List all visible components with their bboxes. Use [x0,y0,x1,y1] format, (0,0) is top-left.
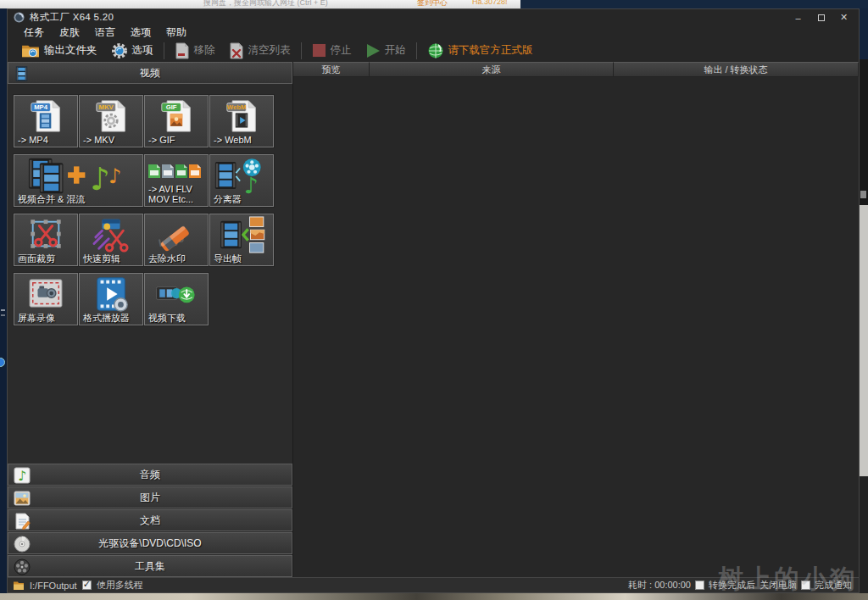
tool-to-mkv-button[interactable]: MKV-> MKV [79,95,143,147]
stop-button[interactable]: 停止 [305,40,359,61]
column-status[interactable]: 输出 / 转换状态 [614,62,859,77]
clear-list-label: 清空列表 [248,43,291,58]
task-list-panel: 预览来源输出 / 转换状态 [293,62,859,577]
svg-text:♪: ♪ [108,164,121,188]
svg-text:MKV: MKV [99,103,114,111]
sidebar-tab-document[interactable]: 文档 [8,509,292,531]
tool-merge-mux-button[interactable]: ♪♪视频合并 & 混流 [14,154,143,207]
tool-export-frames-button[interactable]: 导出帧 [209,214,274,266]
column-preview[interactable]: 预览 [293,62,370,77]
menu-options[interactable]: 选项 [123,25,159,40]
menu-language[interactable]: 语言 [87,25,123,40]
tool-export-frames-label: 导出帧 [210,253,273,265]
tool-crop-button[interactable]: 画面裁剪 [14,214,78,266]
svg-text:WebM: WebM [227,103,247,111]
tool-splitter-button[interactable]: ♪分离器 [209,154,274,207]
start-icon [365,43,381,58]
tool-to-webm-button[interactable]: WebM-> WebM [209,95,274,147]
screenrecord-icon [26,277,65,311]
splitter-icon: ♪ [214,157,270,194]
tool-crop-label: 画面裁剪 [14,253,77,265]
tool-video-download-label: 视频下载 [145,313,208,325]
tool-remove-watermark-button[interactable]: Logo去除水印 [144,214,209,266]
image-cat-icon [13,489,31,507]
stop-icon [312,43,326,58]
format-factory-window: 格式工厂 X64 5.20 – ✕ 任务皮肤语言选项帮助 输出文件夹选项移除清空… [7,8,860,593]
options-button[interactable]: 选项 [104,40,160,61]
sidebar-tab-disc[interactable]: 光驱设备\DVD\CD\ISO [8,532,292,554]
menu-task[interactable]: 任务 [16,25,52,40]
tool-to-mp4-label: -> MP4 [14,135,77,147]
notify-label: 完成通知 [815,579,852,592]
notify-checkbox[interactable] [801,581,810,590]
toolbar-separator [301,42,302,59]
svg-text:MP4: MP4 [34,103,48,111]
tool-video-download-iconarea [145,274,208,313]
tool-splitter-label: 分离器 [210,194,273,206]
tool-to-mp4-button[interactable]: MP4-> MP4 [14,95,78,147]
sidebar-tab-audio[interactable]: ♪音频 [8,464,292,486]
tool-splitter-iconarea: ♪ [210,155,273,194]
tool-format-player-button[interactable]: 格式播放器 [79,273,143,325]
remove-doc-icon [175,42,190,59]
tool-to-mkv-iconarea: MKV [80,96,142,135]
stop-label: 停止 [331,43,352,58]
sidebar-tab-video[interactable]: 视频 [8,62,292,84]
tool-merge-mux-iconarea: ♪♪ [14,155,142,194]
download-official-button[interactable]: 请下载官方正式版 [420,40,540,61]
svg-text:♪: ♪ [17,468,25,484]
options-label: 选项 [132,43,153,58]
tool-quick-clip-iconarea [80,214,142,253]
shutdown-option[interactable]: 关闭电脑 [760,579,797,592]
right-edge-icon-fragment [860,191,866,198]
tool-remove-watermark-iconarea: Logo [145,214,208,253]
tool-video-download-button[interactable]: 视频下载 [144,273,209,325]
tool-format-player-label: 格式播放器 [80,313,142,325]
doc-cat-icon [13,512,31,530]
tool-to-mp4-iconarea: MP4 [14,96,77,135]
doc-mp4-icon: MP4 [30,99,62,133]
tool-to-webm-label: -> WebM [210,135,273,147]
output-folder-mini-icon[interactable] [13,581,25,591]
tool-to-gif-button[interactable]: GIF-> GIF [144,95,209,147]
tool-to-avi-flv-iconarea [145,155,208,184]
column-source[interactable]: 来源 [370,62,614,77]
start-button[interactable]: 开始 [359,40,413,61]
remove-button[interactable]: 移除 [168,40,222,61]
tool-to-mkv-label: -> MKV [80,135,142,147]
browser-toolbar-sliver: 搜网盘，搜全网或输入网址 (Ctrl + E) 签到中心 Ha.30728! [0,0,520,8]
menu-skin[interactable]: 皮肤 [52,25,87,40]
statusbar: I:/FFOutput 使用多线程 耗时 : 00:00:00 转换完成后 关闭… [8,577,859,592]
tool-screen-record-iconarea [14,274,77,313]
task-list-body[interactable] [293,77,859,577]
maximize-button[interactable] [810,11,832,25]
output-path[interactable]: I:/FFOutput [30,581,77,591]
sidebar-tab-toolkit[interactable]: 工具集 [8,555,292,577]
minimize-button[interactable]: – [787,11,810,25]
browser-code-badge: Ha.30728! [472,0,508,6]
tool-grid-row: 画面裁剪快速剪辑Logo去除水印导出帧 [14,214,292,266]
tool-screen-record-button[interactable]: 屏幕录像 [14,273,78,325]
desktop-left-edge [0,8,7,593]
start-label: 开始 [385,43,406,58]
desktop-wallpaper-sliver [0,593,868,600]
download-official-label: 请下载官方正式版 [448,43,533,58]
menu-help[interactable]: 帮助 [159,25,194,40]
close-button[interactable]: ✕ [832,11,855,25]
tool-to-avi-flv-button[interactable]: -> AVI FLV MOV Etc... [144,154,209,207]
sidebar-tab-image[interactable]: 图片 [8,486,292,508]
multithread-label: 使用多线程 [97,579,143,592]
output-folder-button[interactable]: 输出文件夹 [14,40,104,61]
sidebar: 视频 MP4-> MP4MKV-> MKVGIF-> GIFWebM-> Web… [8,62,293,577]
doc-mkv-icon: MKV [95,99,127,133]
after-convert-checkbox[interactable] [695,581,704,590]
clear-list-button[interactable]: 清空列表 [222,40,298,61]
after-convert-label: 转换完成后 [709,579,755,592]
sidebar-tab-label-image: 图片 [8,491,292,505]
browser-signin-badge: 签到中心 [417,0,448,8]
multithread-checkbox[interactable] [82,581,92,590]
tool-quick-clip-button[interactable]: 快速剪辑 [79,214,143,266]
browser-search-hint: 搜网盘，搜全网或输入网址 (Ctrl + E) [203,0,328,8]
sidebar-tab-label-video: 视频 [8,66,292,81]
tool-to-gif-iconarea: GIF [145,96,208,135]
